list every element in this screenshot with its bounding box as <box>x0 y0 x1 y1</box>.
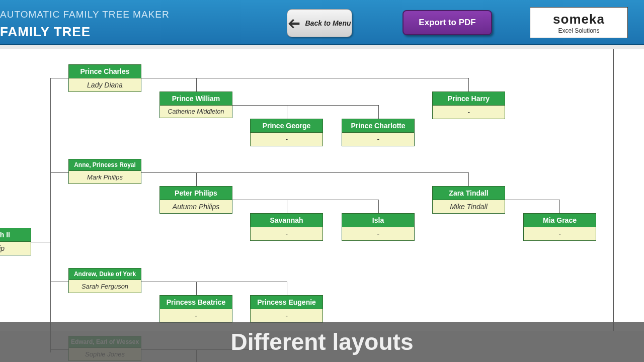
person-card: Anne, Princess Royal Mark Philips <box>68 159 141 184</box>
person-card: Prince George - <box>250 119 323 146</box>
person-card: Prince Charlotte - <box>342 119 415 146</box>
person-card: Mia Grace - <box>523 213 596 241</box>
person-card: Peter Philips Autumn Philips <box>159 186 232 214</box>
person-card: Zara Tindall Mike Tindall <box>432 186 505 214</box>
export-pdf-button[interactable]: Export to PDF <box>403 10 492 35</box>
back-label: Back to Menu <box>305 19 351 28</box>
person-card: Savannah - <box>250 213 323 241</box>
person-card: Isla - <box>342 213 415 241</box>
app-title: AUTOMATIC FAMILY TREE MAKER <box>0 9 170 20</box>
back-to-menu-button[interactable]: Back to Menu <box>287 9 352 37</box>
caption-text: Different layouts <box>231 328 414 355</box>
tree-canvas: zabeth II Philip Prince Charles Lady Dia… <box>0 49 644 331</box>
person-card: Princess Eugenie - <box>250 295 323 323</box>
caption-overlay: Different layouts <box>0 322 644 362</box>
person-card: Princess Beatrice - <box>159 295 232 323</box>
person-card: Prince Charles Lady Diana <box>68 64 141 92</box>
person-card: zabeth II Philip <box>0 228 31 255</box>
someka-logo: someka Excel Solutions <box>530 7 628 38</box>
person-card: Andrew, Duke of York Sarah Ferguson <box>68 268 141 293</box>
header: AUTOMATIC FAMILY TREE MAKER FAMILY TREE … <box>0 0 644 45</box>
person-card: Prince William Catherine Middleton <box>159 92 232 118</box>
back-arrow-icon <box>288 16 302 30</box>
person-card: Prince Harry - <box>432 92 505 119</box>
page-title: FAMILY TREE <box>0 24 91 40</box>
